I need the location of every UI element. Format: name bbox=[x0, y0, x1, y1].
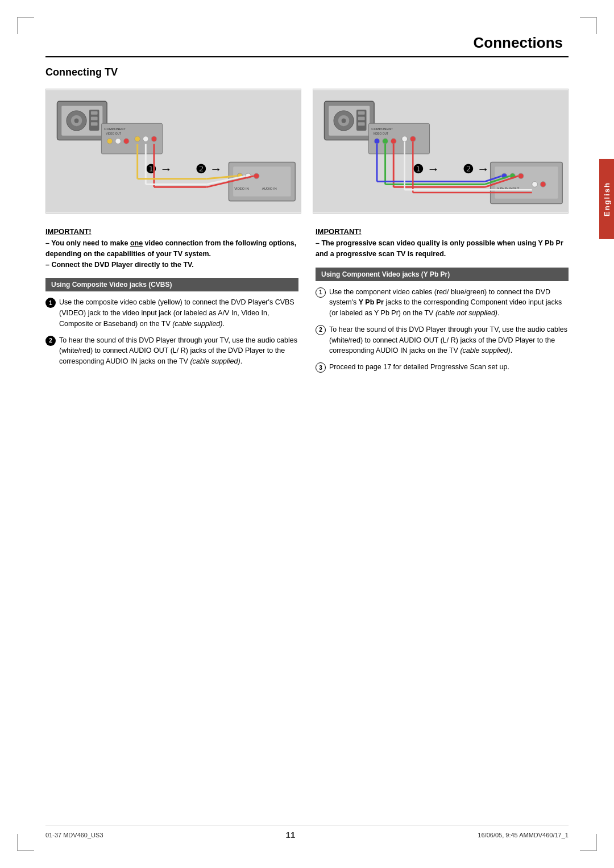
list-num-right-1: 1 bbox=[316, 287, 326, 298]
list-num-right-2: 2 bbox=[316, 325, 326, 335]
svg-rect-64 bbox=[495, 166, 558, 198]
svg-text:❷ →: ❷ → bbox=[463, 162, 489, 176]
svg-rect-28 bbox=[233, 166, 291, 197]
svg-point-15 bbox=[123, 139, 129, 144]
svg-rect-7 bbox=[91, 111, 98, 115]
svg-text:❶ →: ❶ → bbox=[146, 162, 172, 176]
corner-mark-bl bbox=[17, 834, 34, 851]
svg-text:COMPONENT: COMPONENT bbox=[371, 127, 393, 131]
svg-point-67 bbox=[518, 173, 524, 179]
svg-point-50 bbox=[374, 139, 380, 144]
numbered-list-left: 1 Use the composite video cable (yellow)… bbox=[45, 297, 298, 367]
important-text-right: – The progressive scan video quality is … bbox=[316, 238, 569, 260]
corner-mark-tl bbox=[17, 17, 34, 34]
svg-point-31 bbox=[254, 173, 259, 179]
english-tab: English bbox=[599, 159, 614, 239]
footer-left: 01-37 MDV460_US3 bbox=[45, 832, 103, 838]
list-num-2: 2 bbox=[45, 336, 56, 346]
list-item-left-1: 1 Use the composite video cable (yellow)… bbox=[45, 297, 298, 329]
svg-point-16 bbox=[135, 136, 140, 142]
list-item-right-3: 3 Proceed to page 17 for detailed Progre… bbox=[316, 362, 569, 373]
list-text-2: To hear the sound of this DVD Player thr… bbox=[59, 335, 298, 367]
content-right: IMPORTANT! – The progressive scan video … bbox=[316, 227, 569, 378]
svg-text:AUDIO IN: AUDIO IN bbox=[262, 187, 277, 190]
title-divider bbox=[45, 56, 569, 57]
diagram-left: COMPONENT VIDEO OUT ❶ → bbox=[45, 89, 301, 214]
diagram-right-svg: COMPONENT VIDEO OUT ❶ → ❷ → bbox=[313, 89, 568, 213]
list-text-right-2: To hear the sound of this DVD Player thr… bbox=[329, 324, 569, 356]
list-num-right-3: 3 bbox=[316, 362, 326, 373]
content-left: IMPORTANT! – You only need to make one v… bbox=[45, 227, 298, 378]
footer-right: 16/06/05, 9:45 AMMDV460/17_1 bbox=[478, 832, 569, 838]
important-text-line1: – You only need to make one video connec… bbox=[45, 239, 296, 258]
footer-page-number: 11 bbox=[286, 830, 296, 840]
important-label-right: IMPORTANT! bbox=[316, 227, 569, 236]
svg-point-73 bbox=[410, 136, 416, 142]
svg-point-5 bbox=[74, 119, 79, 123]
important-text-line2: – Connect the DVD Player directly to the… bbox=[45, 261, 194, 269]
page-footer: 01-37 MDV460_US3 11 16/06/05, 9:45 AMMDV… bbox=[45, 825, 569, 840]
svg-point-42 bbox=[342, 119, 346, 123]
svg-point-51 bbox=[383, 139, 388, 144]
svg-point-79 bbox=[540, 182, 546, 187]
page-title: Connections bbox=[45, 34, 569, 52]
diagram-left-svg: COMPONENT VIDEO OUT ❶ → bbox=[46, 89, 301, 213]
svg-rect-9 bbox=[91, 122, 98, 126]
important-label-left: IMPORTANT! bbox=[45, 227, 298, 236]
svg-point-72 bbox=[402, 136, 408, 142]
important-text-left: – You only need to make one video connec… bbox=[45, 238, 298, 270]
svg-rect-44 bbox=[358, 111, 365, 115]
svg-text:VIDEO OUT: VIDEO OUT bbox=[373, 132, 388, 135]
svg-rect-8 bbox=[91, 117, 98, 120]
section-heading: Connecting TV bbox=[45, 66, 569, 78]
numbered-list-right: 1 Use the component video cables (red/ b… bbox=[316, 287, 569, 373]
svg-rect-45 bbox=[358, 117, 365, 120]
svg-text:COMPONENT: COMPONENT bbox=[104, 127, 126, 131]
corner-mark-tr bbox=[580, 17, 597, 34]
svg-point-18 bbox=[151, 136, 157, 142]
svg-point-13 bbox=[107, 139, 113, 144]
svg-text:VIDEO OUT: VIDEO OUT bbox=[106, 132, 121, 135]
list-num-1: 1 bbox=[45, 298, 56, 308]
svg-rect-46 bbox=[358, 122, 365, 126]
list-text-1: Use the composite video cable (yellow) t… bbox=[59, 297, 298, 329]
important-text-right-line1: – The progressive scan video quality is … bbox=[316, 239, 563, 258]
svg-point-78 bbox=[532, 182, 538, 187]
corner-mark-br bbox=[580, 834, 597, 851]
list-item-right-2: 2 To hear the sound of this DVD Player t… bbox=[316, 324, 569, 356]
svg-text:❶ →: ❶ → bbox=[413, 162, 439, 176]
list-text-right-1: Use the component video cables (red/ blu… bbox=[329, 287, 569, 319]
svg-text:VIDEO IN: VIDEO IN bbox=[234, 187, 249, 190]
diagrams-row: COMPONENT VIDEO OUT ❶ → bbox=[45, 89, 569, 214]
sub-section-header-right: Using Component Video jacks (Y Pb Pr) bbox=[316, 268, 569, 281]
page-container: English Connections Connecting TV bbox=[0, 0, 614, 868]
list-item-right-1: 1 Use the component video cables (red/ b… bbox=[316, 287, 569, 319]
svg-point-52 bbox=[391, 139, 396, 144]
content-columns: IMPORTANT! – You only need to make one v… bbox=[45, 227, 569, 378]
svg-text:❷ →: ❷ → bbox=[196, 162, 222, 176]
important-block-right: IMPORTANT! – The progressive scan video … bbox=[316, 227, 569, 260]
diagram-right: COMPONENT VIDEO OUT ❶ → ❷ → bbox=[313, 89, 569, 214]
svg-point-17 bbox=[143, 136, 148, 142]
list-item-left-2: 2 To hear the sound of this DVD Player t… bbox=[45, 335, 298, 367]
list-text-right-3: Proceed to page 17 for detailed Progress… bbox=[329, 362, 569, 373]
svg-point-14 bbox=[115, 139, 121, 144]
important-block-left: IMPORTANT! – You only need to make one v… bbox=[45, 227, 298, 270]
sub-section-header-left: Using Composite Video jacks (CVBS) bbox=[45, 278, 298, 291]
